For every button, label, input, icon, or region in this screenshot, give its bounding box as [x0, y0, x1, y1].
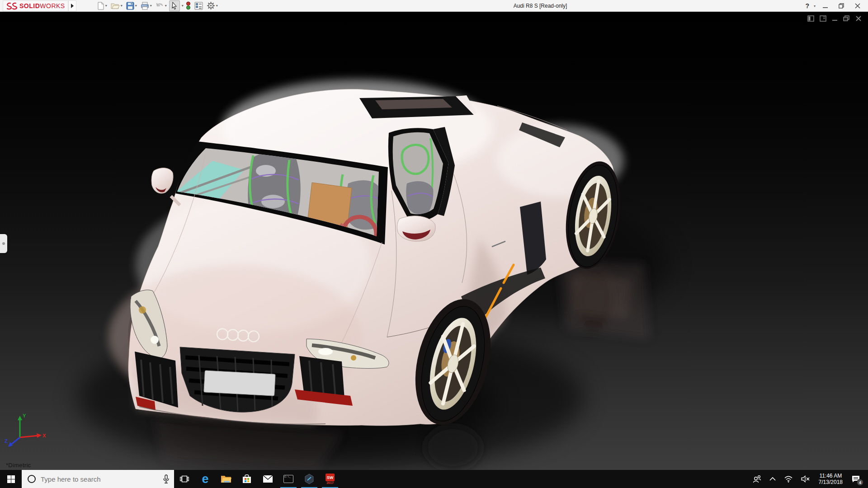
new-document-button[interactable]: ▾: [95, 1, 108, 11]
pane-right-icon[interactable]: [820, 15, 826, 22]
task-pane-button[interactable]: [193, 1, 204, 11]
microphone-icon[interactable]: [163, 474, 170, 483]
network-button[interactable]: [781, 470, 796, 488]
feature-panel-collapsed-tab[interactable]: [0, 234, 7, 253]
show-hidden-icons-button[interactable]: [766, 470, 779, 488]
window-title: Audi R8 S [Read-only]: [514, 3, 567, 9]
solidworks-logo: SOLIDWORKS: [3, 0, 68, 11]
save-icon: [126, 2, 134, 10]
clock-date: 7/13/2018: [819, 479, 843, 485]
select-button[interactable]: [169, 0, 180, 11]
volume-button[interactable]: [798, 470, 813, 488]
restore-button[interactable]: [835, 0, 848, 11]
restore-icon: [839, 3, 844, 9]
taskbar-app-edge[interactable]: e: [195, 470, 216, 488]
new-dropdown-arrow[interactable]: ▾: [105, 4, 107, 8]
close-button[interactable]: [851, 0, 864, 11]
doc-restore-icon[interactable]: [843, 15, 850, 22]
triad-x-label: X: [42, 433, 46, 438]
view-safety-button[interactable]: [184, 0, 192, 11]
chevron-up-icon: [769, 477, 776, 481]
taskbar-search[interactable]: [22, 470, 174, 488]
print-icon: [141, 2, 149, 10]
clock-time: 11:46 AM: [819, 473, 843, 479]
view-orientation-label: *Dimetric: [6, 462, 31, 469]
action-center-button[interactable]: 4: [848, 470, 863, 488]
panel-tab-grip: [2, 242, 5, 245]
minimize-button[interactable]: [818, 0, 832, 11]
search-input[interactable]: [41, 475, 163, 483]
window-controls: ? ▾: [804, 0, 864, 12]
start-button[interactable]: [0, 470, 22, 488]
undo-dropdown-arrow[interactable]: ▾: [165, 4, 167, 8]
minimize-icon: [823, 4, 828, 9]
solidworks-window: SOLIDWORKS ▾ ▾: [0, 0, 868, 488]
taskbar-app-hexagon[interactable]: [299, 470, 320, 488]
close-icon: [855, 3, 860, 9]
taskbar-app-command-prompt[interactable]: C:\_: [278, 470, 299, 488]
print-dropdown-arrow[interactable]: ▾: [150, 4, 152, 8]
file-explorer-icon: [221, 474, 231, 483]
brand-text-works: WORKS: [40, 2, 65, 9]
system-tray: 11:46 AM 7/13/2018 4: [749, 470, 868, 488]
undo-button[interactable]: ▾: [154, 1, 168, 11]
options-dropdown-arrow[interactable]: ▾: [216, 4, 218, 8]
taskbar-app-mail[interactable]: [257, 470, 278, 488]
taskbar-app-store[interactable]: [236, 470, 257, 488]
document-window-controls: [807, 15, 862, 22]
people-icon: [752, 475, 761, 483]
help-dropdown-arrow[interactable]: ▾: [814, 4, 816, 8]
task-pane-icon: [194, 2, 203, 10]
flyout-arrow-icon: [71, 3, 74, 9]
help-button[interactable]: ?: [804, 2, 810, 9]
people-button[interactable]: [749, 470, 764, 488]
title-bar: SOLIDWORKS ▾ ▾: [0, 0, 868, 12]
triad-z-label: Z: [5, 438, 8, 444]
open-icon: [111, 2, 120, 10]
open-dropdown-arrow[interactable]: ▾: [121, 4, 123, 8]
notification-badge: 4: [857, 479, 863, 486]
open-button[interactable]: ▾: [109, 1, 124, 11]
solidworks-logo-icon: [6, 2, 18, 10]
license-plate[interactable]: [204, 371, 275, 396]
store-icon: [242, 474, 252, 484]
doc-close-icon[interactable]: [855, 15, 862, 22]
menu-flyout-arrow[interactable]: [68, 0, 76, 11]
task-view-icon: [180, 475, 189, 483]
driver-mirror[interactable]: [397, 216, 435, 241]
traffic-light-icon: [186, 1, 191, 10]
save-button[interactable]: ▾: [125, 1, 138, 11]
triad-y-label: Y: [23, 413, 26, 418]
task-view-button[interactable]: [174, 470, 195, 488]
hexagon-app-icon: [304, 474, 314, 484]
mail-icon: [263, 475, 273, 483]
cortana-icon: [27, 474, 36, 483]
taskbar-app-solidworks[interactable]: SW 2017: [320, 470, 340, 488]
command-prompt-icon: C:\_: [283, 475, 293, 483]
roof-glass[interactable]: [359, 95, 476, 118]
print-button[interactable]: ▾: [139, 1, 153, 11]
graphics-viewport[interactable]: Y X Z *Dimetric: [0, 12, 868, 470]
taskbar-clock[interactable]: 11:46 AM 7/13/2018: [815, 473, 846, 485]
main-toolbar: ▾ ▾ ▾: [95, 0, 219, 11]
model-scene[interactable]: [0, 12, 868, 470]
gear-icon: [207, 1, 215, 10]
undo-icon: [156, 2, 164, 10]
save-dropdown-arrow[interactable]: ▾: [135, 4, 137, 8]
pane-left-icon[interactable]: [807, 15, 814, 22]
taskbar-app-file-explorer[interactable]: [216, 470, 236, 488]
windows-logo-icon: [7, 475, 15, 483]
select-cursor-icon: [171, 2, 178, 10]
speaker-muted-icon: [801, 475, 810, 483]
passenger-mirror[interactable]: [151, 168, 180, 205]
edge-icon: e: [202, 473, 208, 485]
wifi-icon: [784, 475, 793, 483]
select-dropdown-arrow[interactable]: ▾: [182, 4, 184, 8]
solidworks-2017-icon: SW 2017: [326, 474, 335, 484]
options-button[interactable]: ▾: [205, 0, 219, 11]
brand-text-solid: SOLID: [19, 2, 40, 9]
windows-taskbar: e C:\_: [0, 470, 868, 488]
new-document-icon: [97, 2, 104, 10]
doc-minimize-icon[interactable]: [832, 15, 838, 22]
reference-triad: Y X Z: [5, 412, 48, 450]
